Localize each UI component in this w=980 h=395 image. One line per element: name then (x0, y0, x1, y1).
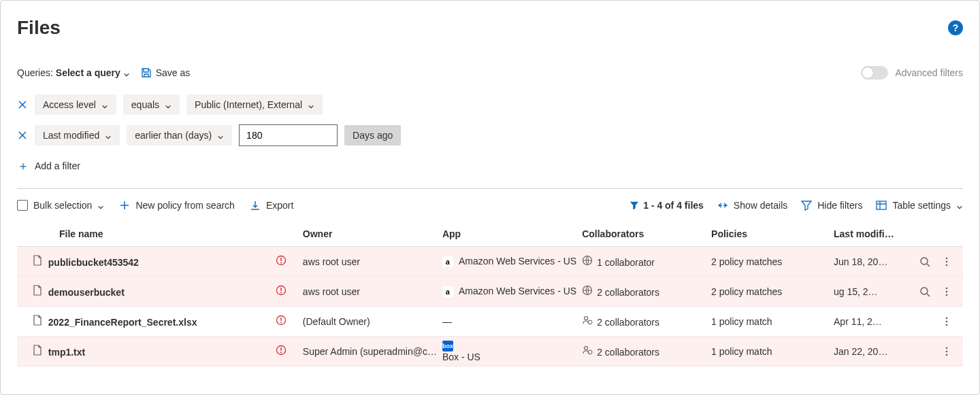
advanced-filters-toggle[interactable] (861, 66, 888, 80)
search-icon[interactable] (919, 286, 930, 297)
more-icon[interactable] (941, 316, 952, 327)
svg-point-13 (946, 290, 948, 292)
file-name: demouserbucket (48, 287, 125, 298)
filter-days-input[interactable] (239, 124, 338, 146)
svg-point-14 (946, 294, 948, 296)
svg-point-23 (280, 352, 282, 354)
results-count: 1 - 4 of 4 files (630, 200, 704, 211)
svg-point-27 (946, 350, 948, 352)
globe-icon (582, 255, 593, 266)
add-filter-button[interactable]: ＋ Add a filter (17, 160, 80, 172)
new-policy-button[interactable]: New policy from search (119, 200, 235, 211)
svg-rect-0 (877, 201, 886, 209)
document-icon (32, 285, 43, 296)
svg-point-20 (946, 320, 948, 322)
file-name: tmp1.txt (48, 347, 85, 358)
policies-cell: 1 policy match (711, 337, 834, 366)
app-cell: aAmazon Web Services - US (442, 277, 582, 307)
table-row[interactable]: demouserbucketaws root useraAmazon Web S… (17, 277, 963, 307)
filter-operator-select[interactable]: equals (123, 95, 180, 115)
document-icon (32, 255, 43, 266)
document-icon (32, 345, 43, 356)
filter-field-select[interactable]: Access level (35, 95, 116, 115)
bulk-selection-button[interactable]: Bulk selection (17, 200, 104, 211)
modified-cell: Jan 22, 20… (834, 337, 909, 366)
globe-icon (582, 285, 593, 296)
advanced-filters-label: Advanced filters (895, 67, 963, 78)
table-settings-button[interactable]: Table settings (876, 200, 963, 211)
filter-value-select[interactable]: Public (Internet), External (186, 95, 323, 115)
svg-point-21 (946, 324, 948, 326)
aws-icon: a (442, 286, 453, 297)
box-icon: box (442, 341, 453, 351)
save-icon (141, 67, 152, 78)
checkbox-icon (17, 200, 28, 211)
person-globe-icon (582, 345, 593, 356)
help-icon[interactable]: ? (948, 20, 963, 35)
svg-point-17 (585, 317, 588, 320)
col-header-modified[interactable]: Last modifi… (834, 222, 909, 247)
more-icon[interactable] (941, 256, 952, 267)
warning-icon (276, 255, 287, 266)
svg-point-9 (280, 292, 282, 294)
policies-cell: 1 policy match (711, 307, 834, 337)
table-row[interactable]: publicbucket453542aws root useraAmazon W… (17, 247, 963, 277)
remove-filter-button[interactable] (17, 99, 28, 110)
queries-label: Queries: Select a query (17, 67, 130, 78)
collaborators-cell: 2 collaborators (582, 307, 711, 337)
policies-cell: 2 policy matches (711, 277, 834, 307)
aws-icon: a (442, 256, 453, 267)
warning-icon (276, 345, 287, 356)
query-select[interactable]: Select a query (56, 67, 130, 78)
svg-point-11 (921, 288, 928, 294)
col-header-filename[interactable]: File name (17, 222, 276, 247)
col-header-owner[interactable]: Owner (303, 222, 442, 247)
modified-cell: ug 15, 2… (834, 277, 909, 307)
app-cell: boxBox - US (442, 337, 582, 366)
warning-icon (276, 285, 287, 296)
files-table: File name Owner App Collaborators Polici… (17, 222, 963, 366)
modified-cell: Apr 11, 2… (834, 307, 909, 337)
svg-point-7 (946, 264, 948, 266)
filter-operator-select[interactable]: earlier than (days) (127, 125, 232, 145)
collaborators-cell: 1 collaborator (582, 247, 711, 277)
save-as-button[interactable]: Save as (141, 67, 191, 78)
svg-point-16 (280, 322, 282, 324)
owner-cell: (Default Owner) (303, 307, 442, 337)
app-cell: aAmazon Web Services - US (442, 247, 582, 277)
hide-filters-button[interactable]: Hide filters (801, 200, 862, 211)
remove-filter-button[interactable] (17, 130, 28, 141)
owner-cell: Super Admin (superadmin@c… (303, 337, 442, 366)
chevron-down-icon (308, 101, 314, 108)
chevron-down-icon (217, 132, 224, 139)
svg-point-5 (946, 257, 948, 259)
chevron-down-icon (101, 101, 108, 108)
policies-cell: 2 policy matches (711, 247, 834, 277)
document-icon (32, 315, 43, 326)
show-details-button[interactable]: Show details (717, 200, 787, 211)
filter-row: Access level equals Public (Internet), E… (17, 95, 963, 115)
col-header-collaborators[interactable]: Collaborators (582, 222, 711, 247)
col-header-policies[interactable]: Policies (711, 222, 834, 247)
filter-area: Access level equals Public (Internet), E… (17, 95, 963, 172)
search-icon[interactable] (919, 256, 930, 267)
export-button[interactable]: Export (250, 200, 293, 211)
chevron-down-icon (123, 69, 130, 76)
file-name: publicbucket453542 (48, 257, 139, 268)
svg-point-12 (946, 287, 948, 289)
filter-unit-chip[interactable]: Days ago (344, 125, 401, 145)
filter-row: Last modified earlier than (days) Days a… (17, 124, 963, 146)
chevron-down-icon (105, 132, 112, 139)
table-row[interactable]: 2022_FinanceReport_Secret.xlsx(Default O… (17, 307, 963, 337)
owner-cell: aws root user (303, 277, 442, 307)
more-icon[interactable] (941, 286, 952, 297)
more-icon[interactable] (941, 346, 952, 357)
filter-field-select[interactable]: Last modified (35, 125, 120, 145)
file-name: 2022_FinanceReport_Secret.xlsx (48, 317, 197, 328)
col-header-app[interactable]: App (442, 222, 582, 247)
svg-point-2 (280, 262, 282, 264)
warning-icon (276, 315, 287, 326)
table-row[interactable]: tmp1.txtSuper Admin (superadmin@c…boxBox… (17, 337, 963, 366)
page-title: Files (17, 17, 61, 39)
plus-icon (119, 200, 130, 211)
